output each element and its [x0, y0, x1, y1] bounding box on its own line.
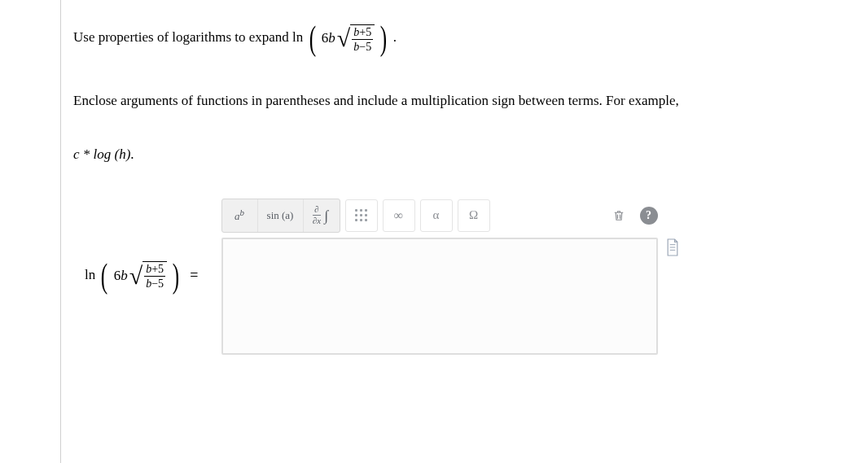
- prompt-line: Use properties of logarithms to expand l…: [73, 21, 795, 55]
- trig-button[interactable]: sin (a): [258, 199, 304, 232]
- sqrt: √ b+5 b−5: [337, 24, 375, 53]
- fraction: b+5 b−5: [352, 26, 373, 53]
- trash-icon: [612, 208, 626, 223]
- format-note: Enclose arguments of functions in parent…: [73, 91, 795, 111]
- left-margin-rule: [60, 0, 61, 463]
- equals-sign: =: [190, 267, 198, 284]
- radical-icon: √: [337, 26, 350, 50]
- calculus-button[interactable]: ∂ ∂x ∫: [304, 199, 340, 232]
- keypad-button[interactable]: [345, 199, 378, 232]
- omega-button[interactable]: Ω: [458, 199, 490, 232]
- equation-lhs: ln ( 6b √ b+5 b−5 ) =: [85, 195, 207, 293]
- trash-button[interactable]: [603, 199, 635, 232]
- help-button[interactable]: ?: [640, 207, 658, 225]
- prompt-prefix: Use properties of logarithms to expand: [73, 29, 292, 45]
- prompt-expression: ln ( 6b √ b+5 b−5 ): [292, 29, 393, 45]
- radical-icon: √: [129, 264, 142, 288]
- example-sheet-button[interactable]: [664, 238, 681, 257]
- keypad-icon: [355, 209, 367, 221]
- answer-input[interactable]: [221, 238, 658, 355]
- power-button[interactable]: ab: [222, 199, 258, 232]
- alpha-button[interactable]: α: [420, 199, 453, 232]
- toolbar-group-main: ab sin (a) ∂ ∂x ∫: [221, 199, 340, 233]
- math-toolbar: ab sin (a) ∂ ∂x ∫: [221, 195, 658, 238]
- format-example: c * log (h).: [73, 146, 795, 163]
- example-sheet-icon: [664, 238, 681, 257]
- infinity-button[interactable]: ∞: [383, 199, 415, 232]
